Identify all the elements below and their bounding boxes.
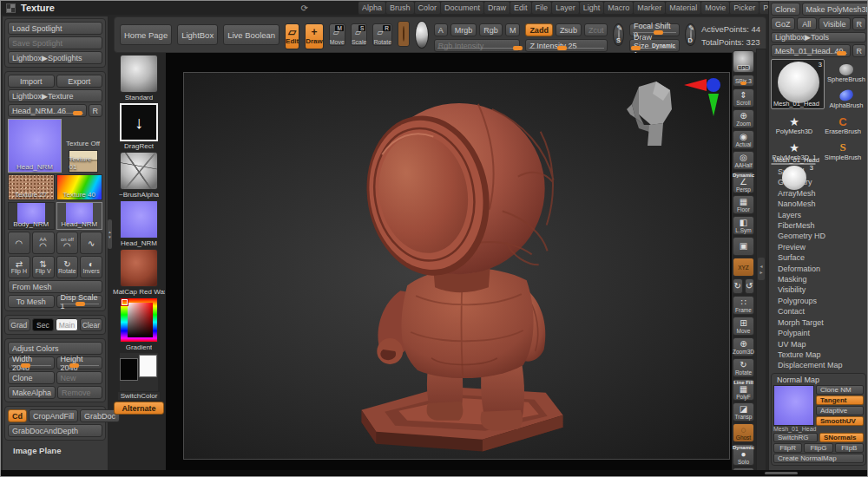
disp-scale-slider[interactable]: Disp Scale 1 [56, 295, 103, 308]
current-texture-thumb[interactable]: Head_NRM [8, 119, 62, 173]
goz-r-button[interactable]: R [852, 17, 867, 30]
camera-head-preview[interactable] [615, 75, 726, 153]
flip-channel-button[interactable]: FlipB [835, 443, 864, 453]
texture-thumb[interactable]: Texture 40 [56, 174, 103, 200]
right-shelf-button[interactable]: ▣ [733, 237, 754, 256]
right-shelf-button[interactable]: ◌ Ghost [733, 423, 754, 442]
clear-button[interactable]: Clear [80, 318, 102, 331]
texture-thumb[interactable]: Texture 01 [69, 150, 98, 173]
rotate-button[interactable]: ▱ R Rotate [372, 23, 392, 46]
tool-section-header[interactable]: ArrayMesh [771, 188, 866, 199]
tool-section-header[interactable]: Visibility [771, 284, 866, 295]
normal-map-button[interactable]: Clone NM [816, 385, 864, 395]
tool-index-slider[interactable]: Mesh_01_Head. 49 [771, 44, 851, 57]
color-picker-selector[interactable] [122, 299, 128, 305]
tool-section-header[interactable]: NanoMesh [771, 199, 866, 209]
active-subtool-thumb[interactable]: 3 Mesh_01_Head [771, 163, 816, 165]
width-slider[interactable]: Width 2048 [8, 356, 55, 369]
tool-item[interactable]: S SimpleBrush [819, 137, 866, 161]
tool-section-header[interactable]: Texture Map [771, 350, 866, 360]
clone-tool-button[interactable]: Clone [771, 3, 800, 16]
tool-section-header[interactable]: Layers [771, 210, 866, 220]
to-mesh-button[interactable]: To Mesh [8, 295, 55, 308]
curve-adjust-button[interactable]: on off ◠ [56, 232, 79, 254]
normal-map-title[interactable]: Normal Map [773, 376, 864, 384]
spix-slider[interactable]: SPix 3 [733, 75, 754, 87]
head-nrm-thumb[interactable] [120, 200, 158, 238]
live-boolean-button[interactable]: Live Boolean [223, 24, 279, 45]
tool-section-header[interactable]: FiberMesh [771, 220, 866, 231]
height-slider[interactable]: Height 2048 [56, 356, 103, 369]
tool-section-header[interactable]: Preview [771, 242, 866, 252]
tool-section-header[interactable]: Polypaint [771, 328, 866, 338]
tool-section-header[interactable]: Morph Target [771, 317, 866, 328]
flip-channel-button[interactable]: FlipR [773, 443, 802, 453]
menu-item[interactable]: Picker [730, 2, 759, 14]
import-button[interactable]: Import [8, 75, 55, 88]
lightbox-texture-button[interactable]: Lightbox▶Texture [8, 89, 102, 102]
material-sphere[interactable] [415, 21, 428, 49]
menu-item[interactable]: Macro [604, 2, 633, 14]
right-shelf-button[interactable]: ▦ Floor [733, 195, 754, 214]
tool-item[interactable]: ★ PolyMesh3D [771, 111, 818, 135]
color-gradient-picker[interactable]: Gradient [120, 297, 158, 351]
alpha-brushalpha[interactable]: ~BrushAlpha [119, 152, 159, 199]
curve-adjust-button[interactable]: ◠ [8, 232, 30, 254]
right-shelf-button[interactable]: ⊕ Zoom [733, 109, 754, 128]
remove-texture-button[interactable]: Remove [57, 386, 102, 399]
cd-toggle[interactable]: Cd [8, 409, 27, 422]
draw-size-slider[interactable]: Draw Size 1 Dynamic [629, 39, 680, 52]
tool-section-header[interactable]: Masking [771, 274, 866, 284]
move-button[interactable]: ▱ M Move [329, 23, 345, 46]
menu-item[interactable]: Edit [510, 2, 531, 14]
make-polymesh3d-button[interactable]: Make PolyMesh3D [802, 3, 868, 16]
focal-shift-knob[interactable]: ✎ S [613, 23, 624, 46]
menu-item[interactable]: Light [580, 2, 604, 14]
curve-adjust-button[interactable]: AA ◠ [32, 232, 55, 254]
standard-brush-thumb[interactable] [120, 55, 158, 93]
horizontal-scrollbar[interactable] [765, 472, 798, 474]
a-button[interactable]: A [434, 23, 448, 36]
new-texture-button[interactable]: New [56, 371, 103, 384]
clone-texture-button[interactable]: Clone [8, 371, 55, 384]
rgb-intensity-slider[interactable]: Rgb Intensity [434, 39, 521, 52]
flip-channel-button[interactable]: FlipG [804, 443, 832, 453]
tool-item[interactable]: AlphaBrush [826, 85, 866, 109]
menu-item[interactable]: Color [415, 2, 441, 14]
create-normalmap-button[interactable]: Create NormalMap [773, 454, 864, 463]
texture-thumb[interactable]: Texture 27 [8, 174, 55, 200]
normal-map-button[interactable]: Tangent [816, 395, 864, 405]
menu-item[interactable]: Movie [701, 2, 729, 14]
right-shelf-button[interactable]: ◎ AAHalf [733, 151, 754, 170]
switch-color[interactable]: SwitchColor [118, 353, 161, 400]
right-shelf-button[interactable]: ⊞ Move [733, 317, 754, 336]
snormals-button[interactable]: SNormals [819, 433, 864, 442]
crop-and-fill-button[interactable]: CropAndFill [29, 409, 78, 422]
right-shelf-button[interactable]: ↻ Rotate [733, 358, 754, 377]
right-shelf-button[interactable]: Dynamic ● Solo [733, 444, 754, 466]
dragrect-stroke-thumb[interactable]: ↓ [120, 103, 158, 141]
curve-adjust-button[interactable]: ∿ [80, 232, 102, 254]
brushalpha-thumb[interactable] [120, 152, 158, 190]
goz-all-button[interactable]: All [797, 17, 818, 30]
flip-button[interactable]: ↻ Rotate [56, 256, 79, 278]
secondary-color-button[interactable]: Sec [32, 318, 55, 331]
right-scroll-strip[interactable]: ◂▸ [756, 49, 766, 472]
lightbox-tools-button[interactable]: Lightbox▶Tools [771, 32, 866, 42]
goz-button[interactable]: GoZ [771, 17, 795, 30]
normal-map-thumb[interactable] [773, 385, 814, 426]
tool-section-header[interactable]: Displacement Map [771, 360, 866, 370]
switch-rg-button[interactable]: SwitchRG [773, 433, 818, 442]
flip-button[interactable]: ◐ Invers [80, 256, 102, 278]
right-shelf-button[interactable]: ⊕ Zoom3D [733, 337, 754, 356]
texture-off-label[interactable]: Texture Off [66, 140, 100, 147]
menu-item[interactable]: Layer [552, 2, 579, 14]
texture-r-button[interactable]: R [89, 104, 103, 117]
tool-section-header[interactable]: UV Map [771, 339, 866, 350]
brush-standard[interactable]: Standard [120, 55, 158, 101]
tool-section-header[interactable]: Geometry HD [771, 231, 866, 241]
menu-item[interactable]: Brush [386, 2, 414, 14]
color-picker[interactable] [120, 297, 158, 343]
texture-index-slider[interactable]: Head_NRM. 46 [8, 104, 87, 117]
right-shelf-button[interactable]: Dynamic ∠ Persp [733, 172, 754, 193]
